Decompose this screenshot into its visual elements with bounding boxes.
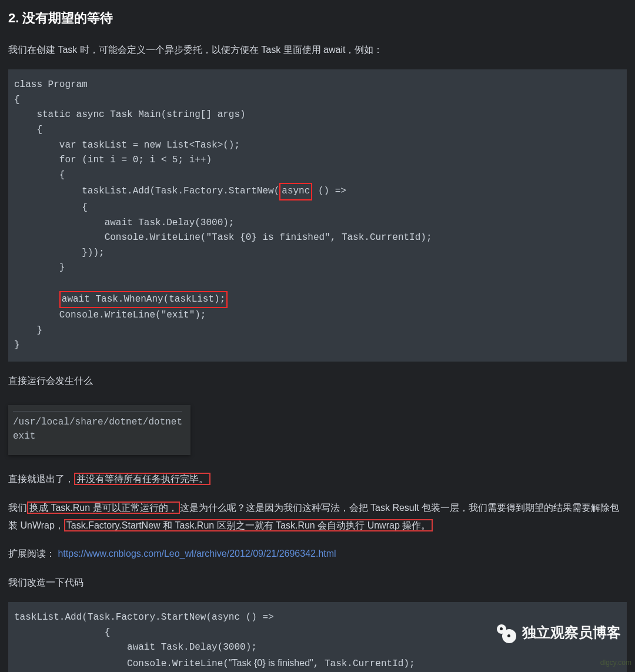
paragraph-3: 直接就退出了，并没有等待所有任务执行完毕。 bbox=[8, 470, 627, 488]
highlight-text-3: Task.Factory.StartNew 和 Task.Run 区别之一就有 … bbox=[64, 519, 433, 531]
reading-label: 扩展阅读： bbox=[8, 549, 55, 559]
code-block-1: class Program { static async Task Main(s… bbox=[8, 69, 627, 362]
terminal-line: /usr/local/share/dotnet/dotnet bbox=[13, 415, 182, 429]
terminal-line: exit bbox=[13, 429, 182, 443]
highlight-whenany: await Task.WhenAny(taskList); bbox=[59, 291, 228, 309]
paragraph-4: 我们换成 Task.Run 是可以正常运行的，这是为什么呢？这是因为我们这种写法… bbox=[8, 499, 627, 535]
highlight-text-1: 并没有等待所有任务执行完毕。 bbox=[74, 473, 210, 485]
paragraph-6: 我们改造一下代码 bbox=[8, 574, 627, 591]
code-block-2: taskList.Add(Task.Factory.StartNew(async… bbox=[8, 602, 627, 672]
highlight-text-2: 换成 Task.Run 是可以正常运行的， bbox=[27, 502, 180, 514]
highlight-async: async bbox=[279, 183, 312, 200]
paragraph-2: 直接运行会发生什么 bbox=[8, 372, 627, 390]
intro-paragraph: 我们在创建 Task 时，可能会定义一个异步委托，以便方便在 Task 里面使用… bbox=[8, 41, 627, 59]
paragraph-5: 扩展阅读： https://www.cnblogs.com/Leo_wl/arc… bbox=[8, 545, 627, 563]
section-heading: 2. 没有期望的等待 bbox=[8, 6, 627, 31]
external-link[interactable]: https://www.cnblogs.com/Leo_wl/archive/2… bbox=[58, 549, 336, 559]
terminal-output: /usr/local/share/dotnet/dotnet exit bbox=[8, 405, 190, 455]
